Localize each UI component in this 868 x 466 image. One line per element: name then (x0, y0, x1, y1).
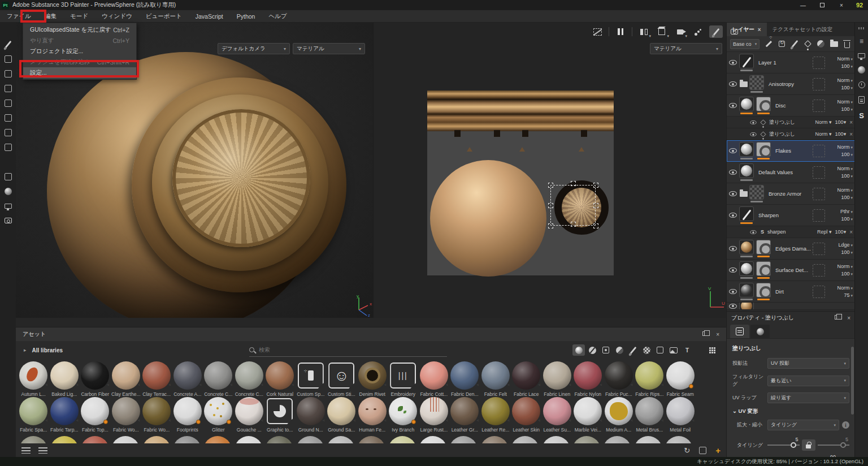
material-slot[interactable] (813, 57, 825, 69)
layer-mask-thumbnail[interactable] (756, 142, 771, 159)
maximize-button[interactable] (813, 0, 832, 10)
smart-materials-filter-icon[interactable] (586, 344, 598, 356)
layer-thumbnail[interactable] (739, 206, 754, 224)
camera-mode-button[interactable]: ▾ (673, 25, 687, 38)
menu-item-5[interactable]: JavaScript (189, 10, 230, 23)
visibility-toggle[interactable] (729, 267, 737, 273)
asset-item[interactable]: ⁖Fabric Linen (542, 361, 573, 397)
opacity-value[interactable]: 100▾ (841, 216, 853, 222)
search-input[interactable] (259, 347, 417, 353)
layer-thumbnail[interactable] (739, 261, 754, 279)
asset-item[interactable]: ⁖Clay Terrac... (141, 361, 172, 397)
opacity-value[interactable]: 100▾ (841, 106, 853, 112)
effect-blend-mode[interactable]: Repl ▾ (817, 229, 832, 235)
tab-close-icon[interactable]: × (758, 27, 761, 33)
asset-item[interactable]: ⁖Autumn L... (18, 361, 49, 397)
menu-item-1[interactable]: 編集 (38, 10, 63, 23)
layer-effect-row[interactable]: SsharpenRepl ▾100▾× (727, 226, 855, 238)
blend-mode[interactable]: Ldge▾ (838, 242, 853, 248)
add-group-icon[interactable] (830, 40, 838, 49)
asset-item[interactable]: ☺Custom Sti... (326, 361, 357, 397)
pause-engine-button[interactable] (614, 25, 627, 38)
asset-item[interactable]: ⁖Fabric Den... (449, 361, 480, 397)
layer-thumbnail[interactable] (749, 185, 764, 202)
asset-item[interactable]: ⁖Denim Rivet (357, 361, 388, 397)
opacity-value[interactable]: 100▾ (841, 152, 853, 157)
channel-filter-select[interactable]: Base co▾ (730, 39, 760, 49)
float-assets-icon[interactable] (702, 331, 707, 336)
close-button[interactable]: × (832, 0, 851, 10)
asset-item[interactable]: ⁖Concrete C... (234, 361, 265, 397)
remove-effect-icon[interactable]: × (849, 229, 853, 235)
edit-menu-item-3[interactable]: メッシュを再読み込みCtrl+Shift+R (23, 57, 136, 67)
materials-filter-icon[interactable] (572, 344, 585, 356)
minimize-button[interactable]: — (793, 0, 813, 10)
selection-handle[interactable] (548, 203, 553, 208)
replace-icon[interactable] (778, 40, 785, 49)
blend-mode[interactable]: Norm▾ (837, 166, 853, 171)
asset-item[interactable]: ⁖Large Rust... (419, 397, 450, 433)
asset-item[interactable]: ⁖Leather Su... (542, 397, 573, 433)
projection-tool-icon[interactable] (2, 68, 14, 79)
info-icon[interactable]: i (842, 421, 849, 429)
layer-row-bronze-armor[interactable]: Bronze ArmorNorm▾100▾ (727, 183, 855, 205)
quick-mask-tool-icon[interactable] (2, 141, 14, 153)
layer-row-dirt[interactable]: DirtNorm▾75▾ (727, 281, 855, 303)
asset-item[interactable]: |||Embroidery (388, 361, 419, 397)
scale-mode-select[interactable]: タイリング▾ (767, 420, 839, 430)
substance-icon[interactable]: S (859, 111, 864, 120)
layer-thumbnail[interactable] (749, 75, 764, 93)
smudge-tool-icon[interactable] (2, 97, 14, 109)
smart-masks-filter-icon[interactable] (600, 344, 612, 356)
filtering-select[interactable]: 最も近い▾ (767, 376, 849, 386)
layer-mask-thumbnail[interactable] (756, 240, 771, 257)
effect-blend-mode[interactable]: Norm ▾ (815, 131, 832, 137)
asset-item[interactable]: ⁖Fabric Wo... (141, 397, 172, 433)
layer-row-surface-det-[interactable]: Surface Det...Norm▾100▾ (727, 260, 855, 281)
menu-item-6[interactable]: Python (230, 10, 262, 23)
effect-blend-mode[interactable]: Norm ▾ (815, 119, 832, 125)
tiling-slider-y[interactable]: 5 (818, 445, 850, 446)
visibility-toggle[interactable] (729, 304, 737, 309)
effect-opacity[interactable]: 100▾ (835, 119, 847, 125)
selection-handle[interactable] (571, 222, 576, 227)
layer-mask-thumbnail[interactable] (756, 283, 771, 300)
uv-transform-section[interactable]: ⌄ UV 変形 (732, 408, 849, 415)
effect-opacity[interactable]: 100▾ (835, 131, 847, 137)
visibility-toggle[interactable] (729, 170, 737, 175)
asset-item[interactable]: ⁖Leather Re... (480, 397, 511, 433)
layer-blend-opacity[interactable]: Norm▾100▾ (828, 187, 853, 200)
layer-thumbnail[interactable] (739, 283, 754, 300)
display-settings-icon[interactable] (858, 53, 865, 58)
layer-row-layer-1[interactable]: Layer 1Norm▾100▾ (727, 52, 855, 74)
opacity-value[interactable]: 100▾ (841, 173, 853, 179)
delete-layer-icon[interactable] (843, 40, 851, 49)
blend-mode[interactable]: Norm▾ (837, 264, 853, 269)
layer-row-sharpen[interactable]: SharpenPthr▾100▾ (727, 205, 855, 226)
layer-blend-opacity[interactable]: Norm▾100▾ (828, 166, 853, 179)
asset-item[interactable]: ⁖Metal Brus... (634, 397, 665, 433)
grid-view-icon[interactable] (706, 344, 718, 356)
menu-item-3[interactable]: ウィンドウ (95, 10, 139, 23)
add-fill-layer-icon[interactable] (804, 40, 812, 49)
menu-item-0[interactable]: ファイル (0, 10, 38, 23)
tiling-lock-button[interactable] (802, 439, 815, 451)
asset-item[interactable]: ⁖Fabric Tarp... (49, 397, 80, 433)
shader-settings-icon[interactable] (858, 66, 865, 74)
asset-item[interactable]: ⁖Carbon Fiber (80, 361, 111, 397)
visibility-toggle[interactable] (750, 230, 756, 234)
visibility-toggle[interactable] (750, 120, 756, 124)
layer-blend-opacity[interactable]: Norm▾100▾ (828, 144, 853, 157)
opacity-value[interactable]: 100▾ (841, 271, 853, 277)
opacity-value[interactable]: 100▾ (841, 63, 853, 69)
viewer-settings-icon[interactable] (2, 185, 14, 197)
shelf-view-icon-1[interactable] (21, 447, 31, 454)
layer-row-default-values[interactable]: Default ValuesNorm▾100▾ (727, 162, 855, 183)
asset-item[interactable]: Fabric Top... (80, 397, 111, 433)
asset-item[interactable]: ⁖Fabric Cott... (419, 361, 450, 397)
selection-handle[interactable] (548, 183, 553, 188)
asset-item[interactable]: ⁖Fabric Felt (480, 361, 511, 397)
search-field[interactable] (249, 343, 447, 357)
fonts-filter-icon[interactable]: T (681, 344, 693, 356)
blend-mode[interactable]: Norm▾ (837, 56, 853, 62)
